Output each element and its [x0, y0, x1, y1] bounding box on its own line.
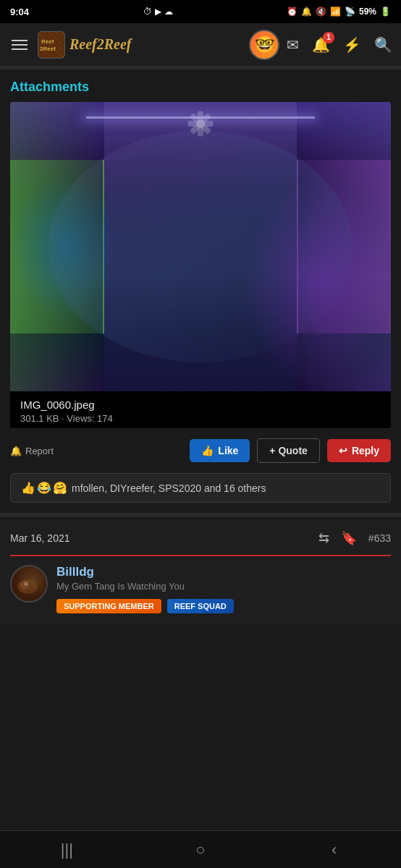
reply-icon: ↩	[339, 445, 347, 456]
quote-label: + Quote	[269, 445, 308, 456]
like-button[interactable]: 👍 Like	[190, 439, 250, 462]
alarm-icon: ⏰	[287, 7, 297, 17]
reaction-emoji-1: 👍	[21, 481, 35, 495]
logo-badge: Reef 2Reef	[38, 31, 65, 59]
status-right: ⏰ 🔔 🔇 📶 📡 59% 🔋	[287, 7, 391, 17]
lightning-button[interactable]: ⚡	[343, 36, 361, 54]
messages-button[interactable]: ✉	[287, 36, 299, 54]
like-label: Like	[218, 445, 238, 456]
quote-button[interactable]: + Quote	[257, 438, 320, 463]
user-badges: Supporting Member Reef Squad	[56, 599, 391, 613]
bell-icon: 🔔	[301, 7, 312, 17]
reactions-row: 👍 😂 🤗 mfollen, DIYreefer, SPS2020 and 16…	[10, 473, 391, 503]
blue-glow	[10, 174, 119, 319]
light-strip	[86, 116, 315, 119]
bottom-nav: ||| ○ ‹	[0, 830, 401, 868]
nav-actions: ✉ 🔔 1 ⚡ 🔍	[287, 36, 392, 54]
reaction-emoji-3: 🤗	[53, 481, 67, 495]
attachments-title: Attachments	[10, 80, 391, 95]
svg-point-3	[12, 566, 48, 603]
attachment-image	[10, 102, 391, 391]
timer-icon: ⏱	[143, 7, 152, 17]
notification-count: 1	[323, 32, 334, 43]
battery-icon: 🔋	[380, 7, 391, 17]
status-icons: ⏱ ▶ ☁	[143, 7, 173, 17]
post-date-line	[10, 555, 391, 556]
reply-label: Reply	[352, 445, 379, 456]
mute-icon: 🔇	[316, 7, 326, 17]
signal-icon: 📡	[345, 7, 355, 17]
user-title: My Gem Tang Is Watching You	[56, 581, 391, 592]
file-meta: 301.1 KB · Views: 174	[20, 413, 381, 424]
bell-report-icon: 🔔	[10, 446, 22, 456]
bookmark-icon[interactable]: 🔖	[341, 530, 357, 546]
post-number: #633	[368, 532, 391, 544]
post-date: Mar 16, 2021	[10, 532, 70, 544]
attachments-section: Attachments IMG_0060.j	[0, 69, 401, 428]
reaction-emojis: 👍 😂 🤗	[21, 481, 67, 495]
user-row: Billldg My Gem Tang Is Watching You Supp…	[10, 565, 391, 613]
post-actions-right: ⇆ 🔖 #633	[318, 530, 391, 546]
top-nav: Reef 2Reef Reef2Reef 🤓 ✉ 🔔 1 ⚡ 🔍	[0, 23, 401, 67]
status-time: 9:04	[10, 7, 29, 17]
svg-text:2Reef: 2Reef	[40, 46, 56, 52]
play-icon: ▶	[155, 7, 161, 17]
reaction-emoji-2: 😂	[37, 481, 51, 495]
search-button[interactable]: 🔍	[374, 36, 392, 54]
action-buttons: 🔔 Report 👍 Like + Quote ↩ Reply	[0, 428, 401, 473]
svg-point-6	[25, 582, 28, 585]
supporting-member-badge: Supporting Member	[56, 599, 161, 613]
hamburger-button[interactable]	[9, 37, 30, 53]
notifications-button[interactable]: 🔔 1	[312, 36, 330, 54]
reply-button[interactable]: ↩ Reply	[327, 439, 391, 462]
username[interactable]: Billldg	[56, 565, 391, 579]
svg-point-7	[25, 583, 27, 584]
logo-text: Reef2Reef	[69, 36, 132, 53]
bottom-menu-icon: |||	[61, 841, 73, 859]
bottom-back-icon: ‹	[332, 841, 337, 859]
post-separator	[0, 513, 401, 517]
envelope-icon: ✉	[287, 37, 299, 53]
purple-glow	[246, 174, 391, 391]
reactions-text: mfollen, DIYreefer, SPS2020 and 16 other…	[72, 482, 266, 494]
thumbs-up-icon: 👍	[201, 445, 214, 456]
reef-squad-badge: Reef Squad	[167, 599, 234, 613]
post-card-633: Mar 16, 2021 ⇆ 🔖 #633 Billldg My Gem Tan…	[0, 520, 401, 624]
user-avatar-nav[interactable]: 🤓	[249, 30, 279, 60]
cloud-icon: ☁	[164, 7, 173, 17]
wifi-icon: 📶	[330, 7, 341, 17]
battery-text: 59%	[359, 7, 376, 17]
post-meta-row: Mar 16, 2021 ⇆ 🔖 #633	[10, 530, 391, 546]
svg-point-5	[20, 581, 29, 590]
report-button[interactable]: 🔔 Report	[10, 446, 182, 456]
corridor	[104, 102, 297, 391]
search-icon: 🔍	[374, 37, 392, 53]
bottom-home-icon: ○	[195, 841, 205, 859]
svg-rect-0	[38, 32, 64, 58]
status-bar: 9:04 ⏱ ▶ ☁ ⏰ 🔔 🔇 📶 📡 59% 🔋	[0, 0, 401, 23]
overhead-lights	[10, 102, 391, 145]
avatar-image: 🤓	[255, 35, 274, 54]
bottom-home-button[interactable]: ○	[179, 835, 222, 864]
lightning-icon: ⚡	[343, 37, 361, 53]
report-label: Report	[25, 446, 54, 456]
logo-area: Reef 2Reef Reef2Reef	[38, 31, 242, 59]
bottom-back-button[interactable]: ‹	[313, 835, 356, 864]
user-info: Billldg My Gem Tang Is Watching You Supp…	[56, 565, 391, 613]
svg-point-4	[17, 579, 38, 594]
bottom-menu-button[interactable]: |||	[45, 835, 88, 864]
file-name: IMG_0060.jpeg	[20, 399, 381, 411]
share-icon[interactable]: ⇆	[318, 530, 329, 546]
image-container[interactable]: IMG_0060.jpeg 301.1 KB · Views: 174	[10, 102, 391, 428]
file-info-bar: IMG_0060.jpeg 301.1 KB · Views: 174	[10, 391, 391, 428]
post-user-avatar[interactable]	[10, 565, 48, 603]
svg-text:Reef: Reef	[41, 38, 54, 45]
